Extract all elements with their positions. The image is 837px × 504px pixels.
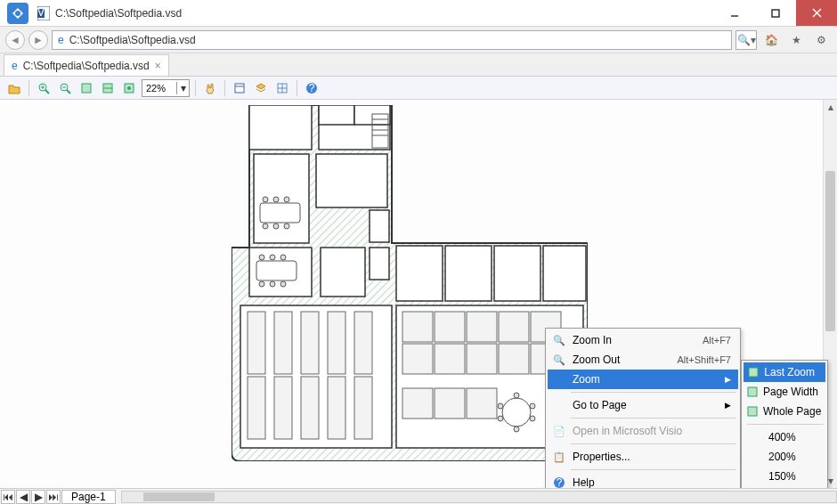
svg-point-47 <box>263 197 268 202</box>
svg-point-86 <box>514 427 519 432</box>
zoom-width-icon[interactable] <box>99 79 117 97</box>
grid-icon[interactable] <box>273 79 291 97</box>
zoom-400[interactable]: 400% <box>744 427 825 447</box>
svg-line-14 <box>67 90 70 93</box>
svg-rect-36 <box>370 210 389 242</box>
hand-tool-icon[interactable] <box>201 79 219 97</box>
nav-forward-button[interactable]: ► <box>28 30 48 50</box>
tools-gear-icon[interactable]: ⚙ <box>810 29 832 51</box>
svg-point-82 <box>502 398 531 427</box>
ie-tab-icon: e <box>12 60 18 72</box>
menu-separator <box>571 443 736 444</box>
zoom-out-icon[interactable] <box>56 79 74 97</box>
open-icon[interactable] <box>5 79 23 97</box>
zoom-input[interactable] <box>142 83 176 93</box>
svg-point-85 <box>530 416 535 421</box>
zoom-last-icon[interactable] <box>120 79 138 97</box>
layers-icon[interactable] <box>252 79 270 97</box>
toolbar-separator <box>28 80 29 96</box>
nav-back-button[interactable]: ◄ <box>5 30 25 50</box>
zoom-whole-page[interactable]: Whole Page <box>744 402 825 421</box>
ctx-properties[interactable]: 📋 Properties... <box>548 447 738 467</box>
svg-rect-31 <box>319 105 354 125</box>
svg-rect-61 <box>274 312 292 374</box>
submenu-arrow-icon: ▶ <box>725 401 731 410</box>
svg-point-88 <box>498 403 503 409</box>
viewer-toolbar: ▾ ? <box>0 77 837 100</box>
svg-rect-79 <box>402 388 433 419</box>
hscroll-thumb[interactable] <box>143 492 215 501</box>
svg-rect-34 <box>316 154 387 207</box>
page-last-icon[interactable]: ⏭ <box>46 490 61 504</box>
svg-rect-66 <box>328 377 345 439</box>
zoom-dropdown-icon[interactable]: ▾ <box>176 82 189 94</box>
svg-rect-33 <box>254 154 309 243</box>
zoom-submenu: Last Zoom Page Width Whole Page 400% 200… <box>741 360 828 504</box>
zoom-200[interactable]: 200% <box>744 447 825 467</box>
toolbar-separator <box>297 80 297 96</box>
zoom-page-width[interactable]: Page Width <box>744 382 825 402</box>
ctx-zoom-out[interactable]: 🔍 Zoom Out Alt+Shift+F7 <box>548 350 738 370</box>
help-icon[interactable]: ? <box>303 79 321 97</box>
zoom-last[interactable]: Last Zoom <box>744 362 825 382</box>
ctx-zoom-in[interactable]: 🔍 Zoom In Alt+F7 <box>548 330 738 350</box>
svg-rect-37 <box>370 248 389 280</box>
zoom-page-icon[interactable] <box>77 79 95 97</box>
zoom-in-icon[interactable] <box>35 79 53 97</box>
visio-doc-icon: V <box>36 5 52 21</box>
ctx-zoom-submenu[interactable]: Zoom ▶ <box>548 370 738 389</box>
properties-icon[interactable] <box>231 79 248 97</box>
close-button[interactable] <box>796 0 837 26</box>
toolbar-separator <box>195 80 196 96</box>
svg-rect-16 <box>82 84 91 93</box>
minimize-button[interactable] <box>714 0 755 26</box>
svg-rect-69 <box>402 312 433 342</box>
blank-icon <box>551 371 567 387</box>
favorites-icon[interactable]: ★ <box>785 29 807 51</box>
ctx-goto-page[interactable]: Go to Page ▶ <box>548 395 738 415</box>
zoom-combo[interactable]: ▾ <box>142 79 190 97</box>
address-bar-row: ◄ ► e C:\Softpedia\Softpedia.vsd 🔍▾ 🏠 ★ … <box>0 27 837 53</box>
properties-icon: 📋 <box>551 449 567 465</box>
svg-rect-77 <box>499 344 529 374</box>
ie-icon: e <box>58 34 64 46</box>
tab-label: C:\Softpedia\Softpedia.vsd <box>23 60 150 72</box>
svg-rect-97 <box>748 387 757 396</box>
page-first-icon[interactable]: ⏮ <box>1 490 15 504</box>
search-dropdown-icon[interactable]: 🔍▾ <box>735 30 757 50</box>
svg-rect-29 <box>249 105 312 150</box>
svg-text:?: ? <box>309 82 315 94</box>
tab-close-icon[interactable]: × <box>155 60 161 72</box>
address-box[interactable]: e C:\Softpedia\Softpedia.vsd <box>52 30 732 50</box>
svg-rect-45 <box>260 203 300 223</box>
maximize-button[interactable] <box>755 0 796 26</box>
floor-plan-page <box>232 105 588 461</box>
visio-icon: 📄 <box>551 423 567 439</box>
horizontal-scrollbar[interactable] <box>121 491 837 503</box>
svg-rect-98 <box>748 407 757 416</box>
whole-page-icon <box>747 403 758 419</box>
svg-point-55 <box>280 255 286 260</box>
menu-separator <box>571 418 736 419</box>
svg-point-53 <box>259 255 264 260</box>
svg-rect-41 <box>396 246 443 301</box>
scroll-thumb[interactable] <box>825 171 835 331</box>
page-prev-icon[interactable]: ◀ <box>16 490 30 504</box>
scroll-up-icon[interactable]: ▴ <box>824 100 837 114</box>
browser-tab[interactable]: e C:\Softpedia\Softpedia.vsd × <box>4 54 169 76</box>
toolbar-separator <box>224 80 225 96</box>
page-tab[interactable]: Page-1 <box>61 490 116 504</box>
page-next-icon[interactable]: ▶ <box>31 490 45 504</box>
svg-point-54 <box>270 255 275 260</box>
svg-text:V: V <box>37 6 45 19</box>
svg-point-84 <box>530 403 535 409</box>
svg-point-49 <box>284 197 289 202</box>
svg-point-83 <box>514 393 519 398</box>
svg-rect-74 <box>402 344 433 374</box>
svg-rect-44 <box>543 246 586 301</box>
title-bar: V C:\Softpedia\Softpedia.vsd <box>0 0 837 27</box>
home-icon[interactable]: 🏠 <box>760 29 782 51</box>
svg-rect-96 <box>749 368 758 377</box>
context-menu: 🔍 Zoom In Alt+F7 🔍 Zoom Out Alt+Shift+F7… <box>545 328 741 504</box>
zoom-150[interactable]: 150% <box>744 467 825 486</box>
